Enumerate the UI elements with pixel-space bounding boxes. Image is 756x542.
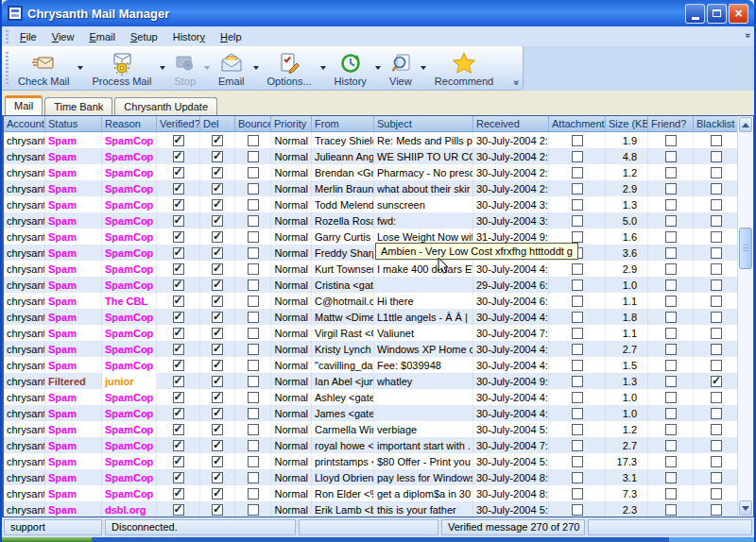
del-checkbox[interactable]	[212, 328, 223, 339]
friend-checkbox[interactable]	[665, 167, 677, 178]
attachment-checkbox[interactable]	[572, 167, 583, 178]
verified-checkbox[interactable]	[173, 135, 184, 146]
bounce-checkbox[interactable]	[248, 328, 259, 339]
column-header-reason[interactable]: Reason	[102, 116, 157, 131]
friend-checkbox[interactable]	[665, 376, 677, 387]
del-checkbox[interactable]	[212, 247, 223, 259]
friend-checkbox[interactable]	[665, 151, 677, 162]
friend-checkbox[interactable]	[665, 231, 677, 243]
history-button[interactable]: History	[330, 49, 371, 88]
friend-checkbox[interactable]	[665, 312, 677, 323]
bounce-checkbox[interactable]	[248, 424, 259, 435]
del-checkbox[interactable]	[212, 376, 223, 387]
column-header-attachment[interactable]: Attachment	[549, 116, 606, 131]
attachment-checkbox[interactable]	[572, 135, 583, 146]
attachment-checkbox[interactable]	[572, 199, 583, 211]
mail-row[interactable]: chrysantSpamSpamCopNormalroyal howe <aim…	[4, 437, 753, 453]
attachment-checkbox[interactable]	[572, 456, 583, 467]
column-header-account[interactable]: Account	[4, 116, 45, 131]
verified-checkbox[interactable]	[173, 231, 184, 243]
attachment-checkbox[interactable]	[572, 440, 583, 451]
process-mail-button[interactable]: Process Mail	[87, 49, 156, 88]
friend-checkbox[interactable]	[665, 183, 677, 195]
mail-row[interactable]: chrysantSpamSpamCopNormal"cavilling_dayl…	[4, 357, 753, 373]
bounce-checkbox[interactable]	[248, 215, 259, 227]
column-header-bounce[interactable]: Bounce	[235, 116, 271, 131]
attachment-checkbox[interactable]	[572, 312, 583, 323]
dropdown-arrow-icon[interactable]	[204, 66, 210, 70]
del-checkbox[interactable]	[212, 231, 223, 243]
blacklist-checkbox[interactable]	[711, 360, 722, 371]
blacklist-checkbox[interactable]	[711, 456, 722, 467]
mail-row[interactable]: chrysantSpamSpamCopNormalTracey ShieldsR…	[4, 132, 753, 148]
column-header-del[interactable]: Del	[200, 116, 235, 131]
attachment-checkbox[interactable]	[572, 392, 583, 403]
tab-mail[interactable]: Mail	[5, 95, 43, 115]
del-checkbox[interactable]	[212, 279, 223, 291]
blacklist-checkbox[interactable]	[711, 199, 722, 211]
del-checkbox[interactable]	[212, 263, 223, 275]
menu-grip-handle[interactable]	[6, 30, 9, 43]
friend-checkbox[interactable]	[665, 328, 677, 339]
column-header-received[interactable]: Received	[473, 116, 549, 131]
menu-overflow-chevron-icon[interactable]	[746, 30, 751, 41]
attachment-checkbox[interactable]	[572, 328, 583, 339]
attachment-checkbox[interactable]	[572, 424, 583, 435]
bounce-checkbox[interactable]	[248, 296, 259, 307]
blacklist-checkbox[interactable]	[711, 504, 722, 516]
verified-checkbox[interactable]	[173, 199, 184, 211]
column-header-from[interactable]: From	[312, 116, 374, 131]
verified-checkbox[interactable]	[173, 376, 184, 387]
friend-checkbox[interactable]	[665, 456, 677, 467]
bounce-checkbox[interactable]	[248, 247, 259, 259]
verified-checkbox[interactable]	[173, 151, 184, 162]
mail-row[interactable]: chrysantSpamdsbl.orgNormalErik Lamb <bst…	[4, 501, 753, 517]
mail-row[interactable]: chrysantSpamSpamCopNormalTodd Melendesun…	[4, 196, 753, 212]
menu-history[interactable]: History	[165, 29, 213, 44]
del-checkbox[interactable]	[212, 344, 223, 355]
dropdown-arrow-icon[interactable]	[77, 66, 83, 70]
blacklist-checkbox[interactable]	[711, 392, 722, 403]
toolbar-grip-handle[interactable]	[6, 52, 9, 84]
mail-row[interactable]: chrysantSpamSpamCopNormalMerlin Braun <w…	[4, 180, 753, 196]
blacklist-checkbox[interactable]	[711, 328, 722, 339]
friend-checkbox[interactable]	[665, 440, 677, 451]
friend-checkbox[interactable]	[665, 279, 677, 291]
bounce-checkbox[interactable]	[248, 504, 259, 516]
bounce-checkbox[interactable]	[248, 488, 259, 500]
attachment-checkbox[interactable]	[572, 279, 583, 291]
del-checkbox[interactable]	[212, 488, 223, 500]
stop-button[interactable]: Stop	[169, 49, 200, 88]
friend-checkbox[interactable]	[665, 296, 677, 307]
minimize-button[interactable]	[685, 4, 705, 24]
attachment-checkbox[interactable]	[572, 263, 583, 275]
friend-checkbox[interactable]	[665, 504, 677, 516]
menu-email[interactable]: Email	[81, 29, 123, 44]
verified-checkbox[interactable]	[173, 279, 184, 291]
column-header-verified[interactable]: Verified?	[157, 116, 200, 131]
blacklist-checkbox[interactable]	[711, 440, 722, 451]
vertical-scrollbar[interactable]	[737, 116, 753, 517]
column-header-friend[interactable]: Friend?	[648, 116, 694, 131]
verified-checkbox[interactable]	[173, 296, 184, 307]
restore-button[interactable]	[707, 4, 727, 24]
verified-checkbox[interactable]	[173, 504, 184, 516]
attachment-checkbox[interactable]	[572, 488, 583, 500]
attachment-checkbox[interactable]	[572, 472, 583, 483]
bounce-checkbox[interactable]	[248, 472, 259, 483]
blacklist-checkbox[interactable]	[711, 424, 722, 435]
mail-row[interactable]: chrysantSpamSpamCopNormalKristy Lynch <W…	[4, 341, 753, 357]
del-checkbox[interactable]	[212, 199, 223, 211]
attachment-checkbox[interactable]	[572, 360, 583, 371]
menu-help[interactable]: Help	[213, 29, 249, 44]
bounce-checkbox[interactable]	[248, 312, 259, 323]
mail-row[interactable]: chrysantSpamSpamCopNormalRozella Rosarif…	[4, 212, 753, 229]
del-checkbox[interactable]	[212, 215, 223, 227]
del-checkbox[interactable]	[212, 151, 223, 162]
blacklist-checkbox[interactable]	[711, 312, 722, 323]
blacklist-checkbox[interactable]	[711, 408, 722, 419]
bounce-checkbox[interactable]	[248, 231, 259, 243]
mail-row[interactable]: chrysantSpamSpamCopNormalCarmella Winsve…	[4, 421, 753, 437]
friend-checkbox[interactable]	[665, 215, 677, 227]
column-header-blacklist[interactable]: Blacklist	[694, 116, 740, 131]
